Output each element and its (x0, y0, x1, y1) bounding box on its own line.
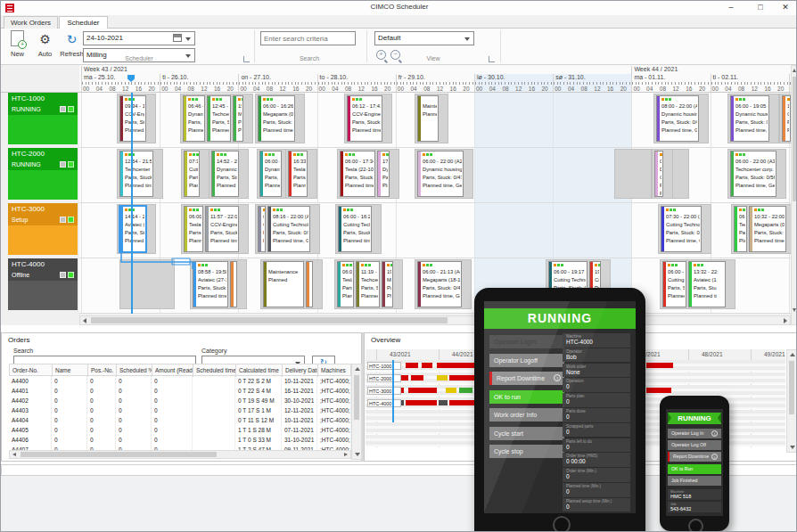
gantt-task-card[interactable]: 15CPP (782, 95, 791, 142)
tablet-button-report-downtime[interactable]: Report Downtime! (489, 372, 564, 385)
gantt-task-card[interactable]: 06:1TechPartPlan (734, 206, 747, 252)
scroll-right-icon[interactable] (344, 453, 348, 456)
tablet-button-work-order-info[interactable]: Work order Info (489, 408, 564, 422)
scrollbar-thumb[interactable] (21, 452, 217, 457)
gantt-task-card[interactable] (306, 261, 313, 307)
gantt-task-card[interactable]: 14:14 - 2Aviatec (Parts, StuPlanned t (119, 206, 146, 252)
gantt-vertical-scrollbar[interactable] (791, 65, 797, 325)
gantt-task-card[interactable]: 06:00 - 17:34 (ATesla (22-10-20Parts, St… (340, 151, 375, 197)
scroll-up-icon[interactable] (355, 367, 360, 371)
dialog-launcher-icon[interactable] (243, 56, 250, 62)
date-input[interactable]: 24-10-2021 (83, 31, 195, 45)
tablet-button-operator-logoff[interactable]: Operator Logoff (489, 354, 564, 367)
column-header-order-no[interactable]: Order-No. (10, 364, 53, 377)
scrollbar-thumb[interactable] (789, 361, 794, 414)
column-header-delivery-date[interactable]: Delivery Date (283, 364, 318, 377)
gantt-task-card[interactable]: 06:46 - 12:1Dynamic hoParts, StucPlanned… (183, 95, 205, 142)
gantt-task-card[interactable]: 13:32 - 22:Aviatec (1Parts, StuPlanned t… (688, 261, 726, 307)
gantt-task-card[interactable]: 15:MePaPl (233, 95, 243, 142)
tablet-button-cycle-start[interactable]: Cycle start (489, 427, 564, 440)
gantt-task-card[interactable]: 07:30 - 22:00 (A310Cutting TechnologiPar… (661, 206, 702, 252)
machine-card-htc-3000[interactable]: HTC-3000Setup (8, 203, 78, 255)
tablet-button-ok-to-run[interactable]: OK to run (489, 390, 564, 404)
scroll-left-icon[interactable] (12, 453, 16, 456)
gantt-task-card[interactable]: 0CPP (258, 206, 266, 252)
dialog-launcher-icon[interactable] (489, 56, 495, 62)
scrollbar-thumb[interactable] (793, 77, 796, 201)
scroll-up-icon[interactable] (793, 69, 796, 72)
order-row[interactable]: A440100000 T 22 S 4 M16-11-2021;HTC-4000… (9, 386, 351, 396)
gantt-task-card[interactable]: 14:52 - 20Dynamic hParts, StuPlanned ti (211, 151, 239, 197)
column-header-amount-ready[interactable]: Amount (Ready) (152, 364, 193, 377)
search-input[interactable] (261, 32, 355, 45)
gantt-task-card[interactable]: 08:00 - 22:00 (A12Dynamic housingsParts,… (656, 95, 699, 142)
new-button[interactable]: New (5, 30, 29, 62)
gantt-task-card[interactable]: 12:45 - 18:0TechcenterParts, StuckPlanne… (207, 95, 231, 142)
gantt-task-card[interactable]: 0DCPP (654, 151, 663, 197)
order-row[interactable]: A440400000 T 11 S 12 M10-11-2021;HTC-400… (9, 415, 351, 425)
order-row[interactable]: A440500001 T 1 S 28 M07-11-2021;HTC-4000… (9, 425, 351, 435)
scroll-right-icon[interactable] (784, 318, 787, 323)
column-header-scheduled-time[interactable]: Scheduled time (193, 364, 236, 377)
tab-scheduler[interactable]: Scheduler (59, 16, 108, 29)
date-dropdown-arrow-icon[interactable] (185, 37, 191, 41)
tab-work-orders[interactable]: Work Orders (4, 16, 58, 29)
tablet-home-button[interactable] (553, 516, 571, 532)
gantt-task-card[interactable]: 07:3CuttiPartsPlan (184, 151, 200, 197)
gantt-task-card[interactable] (230, 261, 237, 307)
gantt-task-card[interactable]: MaintenancePlanned (263, 261, 304, 307)
gantt-task-card[interactable]: 06:12 - 17:41 (ACCV-EngineerinParts, Stu… (347, 95, 382, 142)
gantt-task-card[interactable]: 06:00 - 16:26Megaparts (08Parts, Stuck:P… (258, 95, 295, 142)
gantt-task-card[interactable]: 06:00 - 22:00 (A2008Dynamic housings inc… (417, 151, 464, 197)
gantt-task-card[interactable]: 06:00 - 1Cutting TParts, StPlanned (662, 261, 686, 307)
maximize-button[interactable]: □ (748, 1, 773, 14)
gantt-task-card[interactable]: 08:16 - 22:00 (A30Cutting TechnologParts… (267, 206, 310, 252)
scroll-left-icon[interactable] (83, 318, 86, 323)
gantt-task-card[interactable]: 06:00Tesla (Parts,Planned (184, 206, 203, 252)
column-header-machines[interactable]: Machines (318, 364, 352, 377)
phone-button-report-downtime[interactable]: Report Downtimei (668, 452, 721, 462)
gantt-task-card[interactable]: MaintenancePlanned (417, 95, 439, 142)
machine-card-htc-4000[interactable]: HTC-4000Offline (8, 258, 78, 310)
phone-home-button[interactable] (688, 519, 703, 532)
machine-card-htc-1000[interactable]: HTC-1000RUNNING (8, 93, 78, 144)
phone-button-operator-log-in[interactable]: Operator Log Ini (668, 429, 721, 438)
order-row[interactable]: A440200000 T 19 S 49 M30-10-2021;HTC-400… (9, 396, 351, 405)
orders-vertical-scrollbar[interactable] (351, 364, 362, 460)
gantt-task-card[interactable]: 08:58 - 19:58 (Aviatec (27-10Parts, Stuc… (193, 261, 228, 307)
order-row[interactable]: A440300000 T 17 S 1 M12-11-2021;HTC-4000… (9, 405, 351, 415)
gantt-task-card[interactable]: 19:MePaPl (382, 261, 393, 307)
gantt-task-card[interactable]: 06:00 - 1DynamicParts, StPlanned (259, 151, 282, 197)
scroll-down-icon[interactable] (790, 446, 795, 449)
view-select[interactable]: Default (374, 31, 474, 45)
gantt-task-card[interactable]: 06:00 - 16:21Cutting TechnParts, Stuck:P… (338, 206, 372, 252)
gantt-task-card[interactable]: 09:34 - 17:1CCV-EngineParts, StuckPlanne… (119, 95, 146, 142)
phone-button-ok-to-run[interactable]: OK to Run (668, 464, 721, 474)
tablet-button-cycle-stop[interactable]: Cycle stop (489, 445, 564, 458)
gantt-horizontal-scrollbar[interactable] (79, 315, 791, 325)
scrollbar-thumb[interactable] (91, 317, 448, 323)
scrollbar-thumb[interactable] (354, 375, 359, 420)
gantt-task-card[interactable]: 06:00 - 21:13 (A4106Megaparts (18-11-20P… (417, 261, 462, 307)
scroll-down-icon[interactable] (793, 308, 796, 312)
order-row[interactable]: A440600001 T 0 S 33 M31-10-2021;HTC-4000… (9, 435, 351, 445)
gantt-task-card[interactable]: 06:00 - 22:00 (A3005Techcenter corp. (27… (730, 151, 776, 197)
column-header-pos-no[interactable]: Pos.-No. (88, 364, 117, 377)
tablet-button-operator-login[interactable]: Operator LogIn (489, 335, 564, 348)
gantt-task-card[interactable]: 10:32 - 22:00 (Megaparts (08-Parts, Stuc… (749, 206, 786, 252)
gantt-task-card[interactable]: 11:57 - 22:00CCV-EngineeParts, Stuck:Pla… (205, 206, 239, 252)
auto-button[interactable]: ⚙ Auto (33, 30, 57, 62)
machine-card-htc-2000[interactable]: HTC-2000RUNNING (8, 148, 78, 200)
refresh-button[interactable]: ↻ Refresh (60, 30, 84, 62)
close-button[interactable]: ✕ (773, 1, 797, 14)
gantt-task-card[interactable]: 11:19 - 19TechcentParts, StuPlanned t (356, 261, 380, 307)
gantt-task-card[interactable]: 12:54 - 21:54Techcenter cParts, Stuck:Pl… (119, 151, 153, 197)
order-row[interactable]: A440000000 T 22 S 2 M10-11-2021;HTC-4000… (9, 376, 351, 386)
phone-button-job-finished[interactable]: Job Finished (668, 476, 721, 486)
scroll-up-icon[interactable] (790, 353, 795, 356)
minimize-button[interactable]: – (719, 1, 744, 14)
column-header-calculated-time[interactable]: Calculated time (236, 364, 283, 377)
scroll-down-icon[interactable] (355, 453, 360, 456)
overview-vertical-scrollbar[interactable] (786, 349, 797, 453)
column-header-scheduled[interactable]: Scheduled % (117, 364, 152, 377)
